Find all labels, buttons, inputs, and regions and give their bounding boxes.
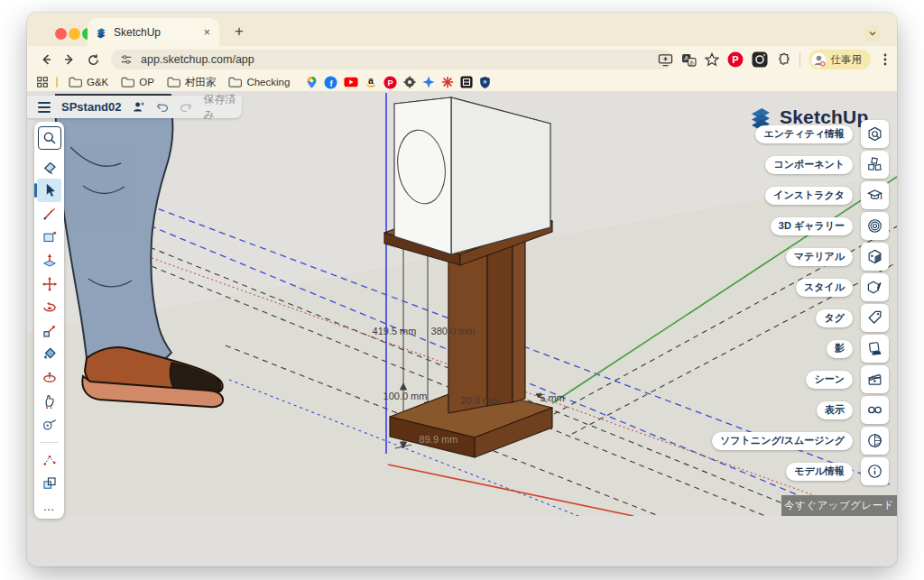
minimize-window-button[interactable] — [69, 28, 80, 40]
shield-favicon[interactable] — [479, 76, 491, 89]
instructor-icon — [866, 187, 883, 204]
apps-grid-icon[interactable] — [36, 76, 49, 88]
entity-info-button[interactable] — [861, 120, 889, 148]
forward-icon — [62, 52, 77, 67]
shadows-icon — [866, 340, 883, 357]
instructor-button[interactable] — [861, 181, 889, 209]
amazon-favicon[interactable]: a — [365, 76, 377, 88]
starburst-favicon[interactable] — [441, 76, 454, 88]
scale-tool[interactable] — [37, 319, 61, 343]
rectangle-tool[interactable] — [37, 226, 61, 249]
styles-button[interactable] — [861, 273, 889, 301]
bookmark-folder-checking[interactable]: Checking — [228, 77, 290, 87]
translate-icon[interactable]: Aあ — [681, 53, 697, 67]
share-person-icon[interactable] — [132, 100, 145, 114]
sketchup-favicon — [95, 26, 107, 39]
svg-text:P: P — [732, 54, 738, 65]
line-tool[interactable] — [37, 202, 61, 226]
toolbar-divider — [799, 52, 800, 67]
bookmark-folder-gk[interactable]: G&K — [69, 77, 108, 87]
tab-search-button[interactable] — [864, 25, 881, 41]
components-button[interactable] — [861, 151, 889, 179]
make-group-tool[interactable] — [37, 472, 61, 495]
more-tools-button[interactable]: … — [37, 495, 61, 519]
close-window-button[interactable] — [55, 28, 67, 40]
search-tool[interactable] — [38, 126, 61, 150]
browser-window: SketchUp × + app.sketchup.com/app Aあ P — [27, 13, 897, 566]
shadows-button[interactable] — [861, 335, 889, 363]
speaker-box[interactable] — [393, 97, 550, 254]
back-icon — [39, 52, 53, 67]
dark-app-favicon[interactable] — [460, 76, 473, 88]
panel-label-tags: タグ — [816, 309, 853, 327]
panel-label-scenes: シーン — [806, 371, 853, 389]
youtube-favicon[interactable] — [344, 77, 358, 87]
3d-warehouse-icon — [866, 217, 883, 235]
maps-favicon[interactable] — [306, 76, 318, 89]
main-menu-button[interactable] — [38, 99, 51, 115]
facebook-favicon[interactable]: f — [324, 76, 337, 89]
bookmark-folder-op[interactable]: OP — [121, 77, 154, 87]
dim-base: 89.9 mm — [420, 434, 458, 445]
panel-label-instructor: インストラクタ — [765, 187, 853, 205]
model-info-icon — [866, 463, 883, 480]
dim-small: 20.0 mm — [461, 395, 500, 406]
pinterest-favicon[interactable]: P — [383, 76, 397, 89]
warehouse-button[interactable] — [861, 212, 889, 240]
back-button[interactable] — [34, 48, 58, 71]
browser-menu-kebab-icon[interactable] — [879, 52, 892, 67]
push-pull-tool[interactable] — [37, 249, 61, 272]
svg-text:a: a — [368, 76, 374, 86]
eraser-tool[interactable] — [37, 155, 61, 179]
redo-icon[interactable] — [180, 101, 192, 114]
select-tool[interactable] — [37, 179, 61, 202]
send-to-device-icon[interactable] — [658, 53, 673, 67]
dimensions-tool[interactable] — [37, 448, 61, 472]
panel-label-entity-info: エンティティ情報 — [755, 125, 853, 143]
tool-palette: … — [34, 122, 64, 519]
dim-left: 100.0 mm — [383, 391, 428, 401]
undo-icon[interactable] — [156, 101, 169, 114]
camera-extension-icon[interactable] — [752, 51, 768, 68]
materials-button[interactable] — [861, 243, 889, 271]
browser-tab-sketchup[interactable]: SketchUp × — [88, 18, 219, 46]
address-bar[interactable]: app.sketchup.com/app — [111, 50, 672, 69]
scenes-button[interactable] — [861, 365, 889, 393]
display-button[interactable] — [861, 396, 889, 424]
tape-measure-tool[interactable] — [37, 413, 61, 437]
soften-smooth-button[interactable] — [861, 427, 889, 455]
sketchup-app: 419.5 mm 380.0 mm 100.0 mm 20.0 mm 5 mm … — [27, 91, 897, 516]
reload-icon — [87, 53, 100, 67]
offset-tool[interactable] — [37, 366, 61, 390]
app-topbar: SPstand02 保存済み — [27, 96, 242, 118]
extensions-puzzle-icon[interactable] — [776, 52, 791, 68]
upgrade-button[interactable]: 今すぐアップグレード — [781, 495, 897, 516]
folder-icon — [69, 77, 82, 87]
rotate-tool[interactable] — [37, 296, 61, 319]
reload-button[interactable] — [81, 48, 105, 71]
save-status: 保存済み — [204, 92, 242, 123]
panel-label-styles: スタイル — [796, 279, 853, 297]
pinterest-extension-icon[interactable]: P — [727, 51, 744, 68]
bookmark-folder-murata[interactable]: 村田家 — [167, 76, 217, 89]
url-text: app.sketchup.com/app — [141, 53, 254, 66]
folder-icon — [228, 77, 242, 87]
bookmark-star-icon[interactable] — [705, 52, 719, 67]
tags-button[interactable] — [861, 304, 889, 332]
tab-close-icon[interactable]: × — [201, 25, 212, 39]
move-tool[interactable] — [37, 272, 61, 296]
scenes-icon — [866, 371, 883, 388]
dim-edge: 5 mm — [540, 392, 565, 403]
panel-column: エンティティ情報 コンポーネント インストラクタ 3D ギャラリー マテリアル … — [712, 120, 889, 485]
panel-label-display: 表示 — [817, 401, 853, 419]
gear-favicon[interactable] — [403, 76, 416, 88]
new-tab-button[interactable]: + — [227, 20, 251, 43]
paint-bucket-tool[interactable] — [37, 343, 61, 366]
profile-chip[interactable]: 仕事用 — [808, 50, 872, 69]
forward-button[interactable] — [58, 48, 81, 71]
bookmarks-bar: G&K OP 村田家 Checking f a P — [27, 73, 897, 91]
styles-icon — [866, 279, 883, 296]
sparkle-favicon[interactable] — [422, 76, 435, 88]
walk-tool[interactable] — [37, 390, 61, 413]
model-info-button[interactable] — [861, 457, 889, 485]
